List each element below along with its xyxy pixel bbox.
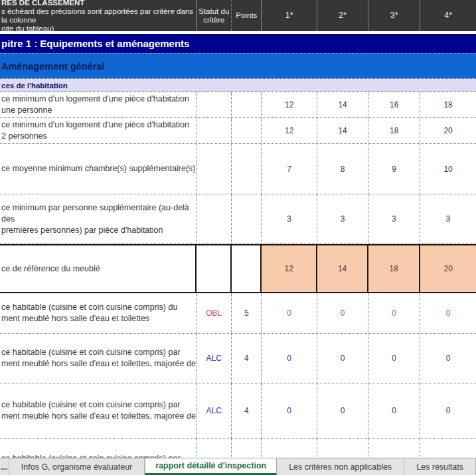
star2-value-cell[interactable]: 14: [317, 118, 368, 143]
star1-value-cell[interactable]: 12: [262, 118, 317, 143]
table-row: ce minimum d'un logement d'une pièce d'h…: [0, 92, 476, 118]
star2-value-cell[interactable]: 8: [317, 144, 368, 194]
star1-value-cell[interactable]: 0: [262, 293, 317, 333]
criteria-cell[interactable]: ce habitable (cuisine et coin cuisine co…: [0, 383, 197, 438]
criteria-cell[interactable]: ce minimum par personne supplémentaire (…: [0, 194, 197, 243]
table-row: ce habitable (cuisine et coin cuisine co…: [0, 334, 476, 383]
statut-cell[interactable]: ALC: [197, 334, 232, 383]
star1-value-cell[interactable]: 12: [262, 92, 317, 117]
criteria-cell[interactable]: ce moyenne minimum chambre(s) supplément…: [0, 144, 197, 194]
header-criteria-cell: RES DE CLASSEMENT s échéant des précisio…: [0, 0, 197, 31]
star2-value-cell[interactable]: 0: [317, 334, 368, 383]
sheet-tab-rapport-detaille-active[interactable]: rapport détaillé d'inspection: [145, 458, 277, 475]
statut-cell[interactable]: ALC: [197, 383, 232, 438]
header-star-1: 1*: [262, 0, 317, 31]
star3-value-cell[interactable]: 0: [368, 383, 420, 438]
star3-value-cell[interactable]: 0: [368, 293, 420, 333]
star2-value-cell[interactable]: 3: [317, 194, 368, 243]
star4-value-cell[interactable]: 10: [420, 144, 476, 194]
star3-value-cell[interactable]: 16: [368, 92, 420, 117]
table-header-row: RES DE CLASSEMENT s échéant des précisio…: [0, 0, 476, 31]
header-statut-line1: Statut du: [198, 7, 229, 15]
points-cell[interactable]: [232, 245, 262, 292]
header-criteria-note-line2: s échéant des précisions sont apportées …: [1, 7, 196, 25]
sheet-tab-bar: ... Infos G, organisme évaluateur rappor…: [0, 458, 476, 475]
table-row: ce minimum par personne supplémentaire (…: [0, 194, 476, 244]
points-cell[interactable]: 4: [232, 334, 262, 383]
star1-value-cell[interactable]: 0: [262, 334, 317, 383]
chapter-band: pitre 1 : Equipements et aménagements: [0, 34, 476, 53]
statut-cell[interactable]: [197, 144, 232, 194]
criteria-cell[interactable]: ce minimum d'un logement d'une pièce d'h…: [0, 92, 197, 117]
points-cell[interactable]: [232, 144, 262, 194]
points-cell[interactable]: [232, 194, 262, 243]
criteria-cell[interactable]: ce habitable (cuisine et coin cuisine co…: [0, 293, 197, 333]
header-star-2: 2*: [317, 0, 368, 31]
star3-value-cell[interactable]: 0: [368, 334, 420, 383]
header-criteria-title: RES DE CLASSEMENT: [1, 0, 84, 7]
header-statut-line2: critère: [203, 16, 224, 24]
table-row: ce habitable (cuisine et coin cuisine co…: [0, 383, 476, 439]
star2-value-cell[interactable]: 0: [317, 383, 368, 438]
header-criteria-note-line3: oite du tableau): [1, 25, 54, 33]
sheet-tab-infos-g[interactable]: Infos G, organisme évaluateur: [9, 458, 145, 475]
star3-value-cell[interactable]: 18: [368, 245, 420, 292]
table-row: ce minimum d'un logement d'une pièce d'h…: [0, 118, 476, 144]
star1-value-cell[interactable]: 0: [262, 383, 317, 438]
criteria-cell[interactable]: ce minimum d'un logement d'une pièce d'h…: [0, 118, 197, 143]
points-cell[interactable]: [232, 118, 262, 143]
star3-value-cell[interactable]: 9: [368, 144, 420, 194]
table-row: ce moyenne minimum chambre(s) supplément…: [0, 144, 476, 194]
statut-cell[interactable]: OBL: [197, 293, 232, 333]
star4-value-cell[interactable]: 0: [420, 293, 476, 333]
header-statut-cell: Statut du critère: [197, 0, 232, 31]
star1-value-cell[interactable]: 7: [262, 144, 317, 194]
header-star-4: 4*: [420, 0, 476, 31]
star4-value-cell[interactable]: 20: [420, 245, 476, 292]
spreadsheet-view: RES DE CLASSEMENT s échéant des précisio…: [0, 0, 476, 475]
header-star-3: 3*: [368, 0, 420, 31]
table-row-reference-highlight: ce de référence du meublé 12 14 18 20: [0, 244, 476, 293]
star3-value-cell[interactable]: 18: [368, 118, 420, 143]
star4-value-cell[interactable]: 18: [420, 92, 476, 117]
star1-value-cell[interactable]: 12: [262, 245, 317, 292]
table-row: ce habitable (cuisine et coin cuisine co…: [0, 293, 476, 334]
statut-cell[interactable]: [197, 245, 232, 292]
points-cell[interactable]: [232, 92, 262, 117]
statut-cell[interactable]: [197, 118, 232, 143]
star1-value-cell[interactable]: 3: [262, 194, 317, 243]
star3-value-cell[interactable]: 3: [368, 194, 420, 243]
points-cell[interactable]: 5: [232, 293, 262, 333]
statut-cell[interactable]: [197, 92, 232, 117]
sheet-tabs-overflow-button[interactable]: ...: [0, 458, 9, 475]
header-points-cell: Points: [232, 0, 262, 31]
criteria-cell[interactable]: ce de référence du meublé: [0, 245, 197, 292]
section-band: Aménagement général: [0, 53, 476, 78]
star4-value-cell[interactable]: 20: [420, 118, 476, 143]
star2-value-cell[interactable]: 14: [317, 92, 368, 117]
points-cell[interactable]: 4: [232, 383, 262, 438]
star4-value-cell[interactable]: 0: [420, 383, 476, 438]
sheet-tab-les-resultats[interactable]: Les résultats: [404, 458, 476, 475]
statut-cell[interactable]: [197, 194, 232, 243]
star2-value-cell[interactable]: 0: [317, 293, 368, 333]
star2-value-cell[interactable]: 14: [317, 245, 368, 292]
subsection-band: ces de l'habitation: [0, 78, 476, 92]
criteria-cell[interactable]: ce habitable (cuisine et coin cuisine co…: [0, 334, 197, 383]
star4-value-cell[interactable]: 0: [420, 334, 476, 383]
sheet-tab-criteres-non-applicables[interactable]: Les critères non applicables: [277, 458, 404, 475]
star4-value-cell[interactable]: 3: [420, 194, 476, 243]
